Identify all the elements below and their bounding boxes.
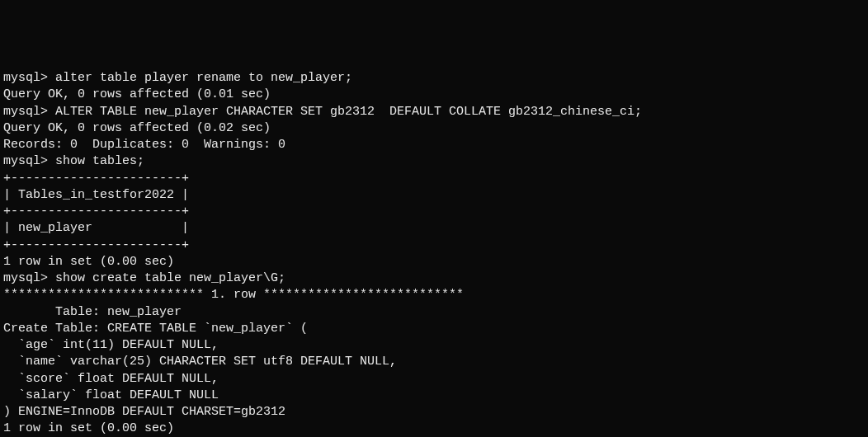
terminal-line: mysql> ALTER TABLE new_player CHARACTER … bbox=[3, 104, 865, 120]
terminal-line: `age` int(11) DEFAULT NULL, bbox=[3, 337, 865, 354]
terminal-line: Table: new_player bbox=[3, 304, 865, 321]
terminal-line: `name` varchar(25) CHARACTER SET utf8 DE… bbox=[3, 354, 865, 370]
terminal-line: mysql> show tables; bbox=[3, 153, 865, 170]
terminal-line: Create Table: CREATE TABLE `new_player` … bbox=[3, 321, 865, 337]
terminal-line: mysql> alter table player rename to new_… bbox=[3, 70, 865, 87]
terminal-line: +-----------------------+ bbox=[3, 204, 865, 220]
terminal-line: Query OK, 0 rows affected (0.01 sec) bbox=[3, 87, 865, 103]
terminal-line: Records: 0 Duplicates: 0 Warnings: 0 bbox=[3, 137, 865, 153]
terminal-line: | new_player | bbox=[3, 220, 865, 237]
terminal-output[interactable]: mysql> alter table player rename to new_… bbox=[3, 70, 865, 437]
terminal-line: *************************** 1. row *****… bbox=[3, 287, 865, 303]
terminal-line: +-----------------------+ bbox=[3, 171, 865, 187]
terminal-line: `salary` float DEFAULT NULL bbox=[3, 388, 865, 404]
terminal-line: `score` float DEFAULT NULL, bbox=[3, 371, 865, 388]
terminal-line: ) ENGINE=InnoDB DEFAULT CHARSET=gb2312 bbox=[3, 404, 865, 421]
terminal-line: Query OK, 0 rows affected (0.02 sec) bbox=[3, 120, 865, 137]
terminal-line: | Tables_in_testfor2022 | bbox=[3, 187, 865, 204]
terminal-line: mysql> show create table new_player\G; bbox=[3, 270, 865, 287]
terminal-line: 1 row in set (0.00 sec) bbox=[3, 254, 865, 270]
terminal-line: 1 row in set (0.00 sec) bbox=[3, 421, 865, 437]
terminal-line: +-----------------------+ bbox=[3, 237, 865, 254]
